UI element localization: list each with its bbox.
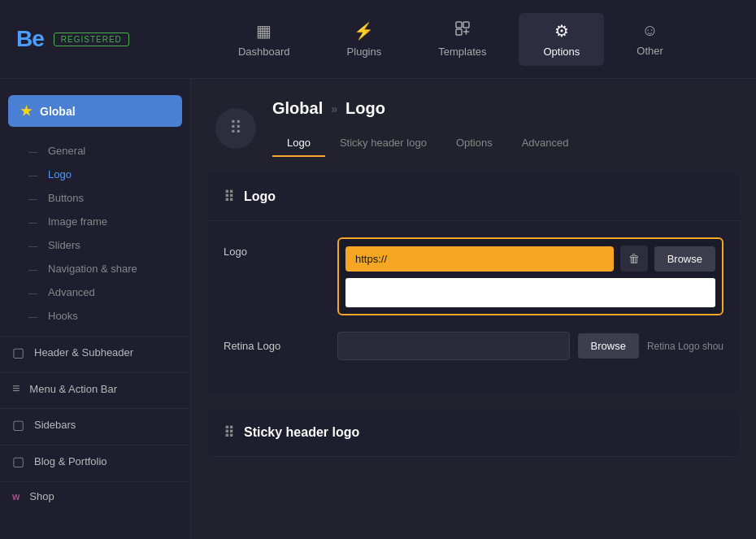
sidebar-global[interactable]: ★ Global xyxy=(8,95,182,127)
nav-templates[interactable]: Templates xyxy=(414,12,511,66)
sidebar-item-buttons[interactable]: Buttons xyxy=(0,186,190,210)
nav-plugins-label: Plugins xyxy=(347,46,382,58)
breadcrumb-parent[interactable]: Global xyxy=(272,99,323,118)
drag-handle-icon: ⠿ xyxy=(224,188,234,206)
options-icon: ⚙ xyxy=(554,21,569,41)
sidebar: ★ Global General Logo Buttons Image fram… xyxy=(0,79,191,539)
tab-logo[interactable]: Logo xyxy=(272,130,325,157)
sidebar-section-header[interactable]: ▢ Header & Subheader xyxy=(0,336,190,368)
sidebar-item-image-frame[interactable]: Image frame xyxy=(0,210,190,233)
sidebar-general-label: General xyxy=(48,145,85,157)
logo-section-card: ⠿ Logo Logo 🗑 Browse xyxy=(207,173,740,393)
grid-icon: ⠿ xyxy=(229,118,242,139)
logo-browse-button[interactable]: Browse xyxy=(654,246,715,272)
sidebar-shop-label: Shop xyxy=(29,490,54,502)
sidebar-menu-label: Menu & Action Bar xyxy=(29,383,117,395)
sticky-drag-handle-icon: ⠿ xyxy=(224,424,234,441)
brand-logo: Be xyxy=(16,26,44,52)
nav-other-label: Other xyxy=(637,45,663,57)
sidebar-logo-label: Logo xyxy=(48,168,72,180)
sticky-section-title: Sticky header logo xyxy=(244,425,359,440)
logo-url-input[interactable] xyxy=(345,246,614,272)
sidebar-hooks-label: Hooks xyxy=(48,310,78,322)
sidebar-item-general[interactable]: General xyxy=(0,139,190,163)
retina-logo-controls: Browse Retina Logo shou xyxy=(337,332,723,360)
sidebar-blog-label: Blog & Portfolio xyxy=(34,455,107,467)
sidebars-section-icon: ▢ xyxy=(12,417,24,433)
sidebar-advanced-label: Advanced xyxy=(48,286,95,298)
sidebar-section-blog[interactable]: ▢ Blog & Portfolio xyxy=(0,445,190,477)
breadcrumb-title: Global » Logo xyxy=(272,99,732,118)
sidebar-item-advanced[interactable]: Advanced xyxy=(0,280,190,304)
templates-icon xyxy=(454,20,471,41)
blog-section-icon: ▢ xyxy=(12,454,24,469)
logo-delete-button[interactable]: 🗑 xyxy=(620,246,648,272)
main-layout: ★ Global General Logo Buttons Image fram… xyxy=(0,79,756,539)
retina-logo-label: Retina Logo xyxy=(224,332,321,352)
breadcrumb-separator: » xyxy=(331,102,337,115)
nav-items: ▦ Dashboard ⚡ Plugins Templates ⚙ Option… xyxy=(162,12,740,66)
sidebar-item-sliders[interactable]: Sliders xyxy=(0,233,190,257)
sidebar-sub-items: General Logo Buttons Image frame Sliders… xyxy=(0,139,190,328)
content-icon-circle: ⠿ xyxy=(215,108,256,149)
sidebar-image-frame-label: Image frame xyxy=(48,215,107,228)
nav-dashboard-label: Dashboard xyxy=(238,46,290,58)
nav-options-label: Options xyxy=(543,46,580,58)
logo-section-title: Logo xyxy=(244,189,276,204)
retina-browse-button[interactable]: Browse xyxy=(578,333,639,359)
top-navigation: Be REGISTERED ▦ Dashboard ⚡ Plugins Temp… xyxy=(0,0,756,79)
logo-form-row: Logo 🗑 Browse xyxy=(224,237,723,315)
star-icon: ★ xyxy=(20,103,32,119)
logo-field-label: Logo xyxy=(224,237,321,258)
dashboard-icon: ▦ xyxy=(256,21,272,41)
sticky-section-header: ⠿ Sticky header logo xyxy=(207,409,740,457)
shop-section-icon: w xyxy=(12,491,20,502)
retina-logo-hint: Retina Logo shou xyxy=(647,341,723,352)
content-header: ⠿ Global » Logo Logo Sticky header logo … xyxy=(191,79,756,173)
logo-input-group: 🗑 Browse xyxy=(337,237,723,315)
sticky-header-section-card: ⠿ Sticky header logo xyxy=(207,409,740,457)
tab-sticky-header-logo[interactable]: Sticky header logo xyxy=(325,130,441,157)
svg-rect-1 xyxy=(463,22,469,28)
sidebar-item-navigation-share[interactable]: Navigation & share xyxy=(0,257,190,280)
logo-section-body: Logo 🗑 Browse Retina xyxy=(207,221,740,393)
sidebar-header-label: Header & Subheader xyxy=(34,346,133,359)
sidebar-sidebars-label: Sidebars xyxy=(34,419,76,431)
sidebar-item-hooks[interactable]: Hooks xyxy=(0,304,190,328)
tab-bar: Logo Sticky header logo Options Advanced xyxy=(272,130,732,157)
sidebar-section-shop[interactable]: w Shop xyxy=(0,481,190,511)
logo-input-row: 🗑 Browse xyxy=(345,246,715,272)
breadcrumb-child: Logo xyxy=(345,99,385,118)
nav-dashboard[interactable]: ▦ Dashboard xyxy=(214,13,315,66)
breadcrumb-nav: Global » Logo Logo Sticky header logo Op… xyxy=(272,99,732,157)
header-section-icon: ▢ xyxy=(12,345,24,360)
sidebar-item-logo[interactable]: Logo xyxy=(0,163,190,186)
logo-section-header: ⠿ Logo xyxy=(207,173,740,221)
nav-options[interactable]: ⚙ Options xyxy=(519,13,604,66)
logo-form-controls: 🗑 Browse xyxy=(337,237,723,315)
tab-advanced[interactable]: Advanced xyxy=(507,130,584,157)
sidebar-section-menu[interactable]: ≡ Menu & Action Bar xyxy=(0,372,190,404)
svg-rect-2 xyxy=(456,29,462,35)
sidebar-global-label: Global xyxy=(40,105,76,118)
sidebar-navigation-share-label: Navigation & share xyxy=(48,263,137,275)
brand-area: Be REGISTERED xyxy=(16,26,129,52)
nav-templates-label: Templates xyxy=(438,46,486,58)
sidebar-section-sidebars[interactable]: ▢ Sidebars xyxy=(0,408,190,441)
registered-badge: REGISTERED xyxy=(54,33,129,46)
svg-rect-0 xyxy=(456,22,462,28)
plugins-icon: ⚡ xyxy=(354,21,374,41)
retina-logo-url-input[interactable] xyxy=(337,332,570,360)
retina-input-group: Browse Retina Logo shou xyxy=(337,332,723,360)
retina-logo-form-row: Retina Logo Browse Retina Logo shou xyxy=(224,332,723,360)
menu-section-icon: ≡ xyxy=(12,381,20,396)
sidebar-buttons-label: Buttons xyxy=(48,192,84,204)
nav-plugins[interactable]: ⚡ Plugins xyxy=(323,13,406,66)
nav-other[interactable]: ☺ Other xyxy=(612,13,688,65)
tab-options[interactable]: Options xyxy=(441,130,507,157)
other-icon: ☺ xyxy=(641,21,658,40)
logo-preview-bar xyxy=(345,278,715,307)
main-content: ⠿ Global » Logo Logo Sticky header logo … xyxy=(191,79,756,539)
sidebar-sliders-label: Sliders xyxy=(48,239,80,251)
